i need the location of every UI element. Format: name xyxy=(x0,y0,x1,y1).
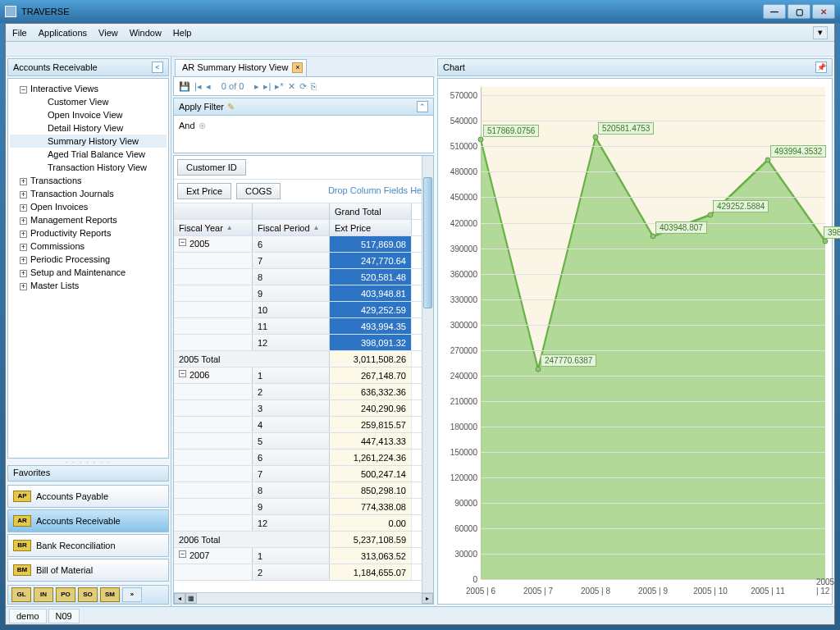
favorite-item[interactable]: APAccounts Payable xyxy=(7,485,169,508)
module-shortcut[interactable]: SO xyxy=(78,587,98,602)
nav-delete-icon[interactable]: ✕ xyxy=(288,81,295,92)
menu-overflow[interactable]: ▾ xyxy=(813,26,828,39)
x-tick: 2005 | 12 xyxy=(816,578,834,596)
menu-window[interactable]: Window xyxy=(130,28,162,38)
tree-section[interactable]: +Productivity Reports xyxy=(10,226,167,240)
minimize-button[interactable]: — xyxy=(763,4,786,19)
expand-icon[interactable]: + xyxy=(20,244,27,251)
nav-export-icon[interactable]: ⎘ xyxy=(311,81,317,91)
pivot-data-field[interactable]: COGS xyxy=(236,183,281,199)
tree-view[interactable]: Open Invoice View xyxy=(10,108,167,121)
module-shortcut[interactable]: IN xyxy=(34,587,53,602)
pivot-data-area[interactable]: Ext Price COGS Drop Column Fields Here xyxy=(174,180,433,203)
menu-file[interactable]: File xyxy=(12,28,27,38)
window-close-button[interactable]: ✕ xyxy=(812,4,835,19)
tree-section[interactable]: +Master Lists xyxy=(10,279,167,292)
tab-close-button[interactable]: × xyxy=(292,62,303,73)
tree-section[interactable]: +Transaction Journals xyxy=(10,187,167,200)
filter-root[interactable]: And xyxy=(179,121,195,130)
chart-title: Chart xyxy=(443,62,465,72)
data-point[interactable] xyxy=(708,212,714,217)
collapse-icon[interactable]: − xyxy=(20,86,27,94)
filter-header[interactable]: Apply Filter ✎ ⌃ xyxy=(173,98,434,116)
nav-next-icon[interactable]: ▸ xyxy=(254,81,259,92)
nav-last-icon[interactable]: ▸| xyxy=(263,81,271,92)
y-tick: 390000 xyxy=(438,244,477,253)
favorite-item[interactable]: BMBill of Material xyxy=(7,559,169,582)
tree-view[interactable]: Transaction History View xyxy=(10,161,167,174)
y-tick: 570000 xyxy=(438,91,477,100)
expand-icon[interactable]: + xyxy=(20,217,27,225)
pin-button[interactable]: 📌 xyxy=(815,62,827,73)
nav-new-icon[interactable]: ▸* xyxy=(275,81,283,92)
x-tick: 2005 | 6 xyxy=(466,587,495,596)
tree-section[interactable]: +Setup and Maintenance xyxy=(10,266,167,279)
pivot-column-drop[interactable]: Drop Column Fields Here xyxy=(328,183,430,199)
y-tick: 270000 xyxy=(438,345,477,354)
y-tick: 540000 xyxy=(438,116,477,126)
scroll-right-button[interactable]: ▸ xyxy=(422,593,433,604)
pivot-filter-field[interactable]: Customer ID xyxy=(177,159,246,176)
module-badge: BM xyxy=(13,564,31,576)
filter-edit-icon[interactable]: ✎ xyxy=(227,102,235,112)
data-point[interactable] xyxy=(823,239,829,244)
chart-header: Chart 📌 xyxy=(437,58,833,76)
module-shortcut[interactable]: SM xyxy=(100,587,120,602)
filter-body[interactable]: And⊕ xyxy=(173,116,434,153)
expand-icon[interactable]: + xyxy=(20,270,27,277)
expand-icon[interactable]: + xyxy=(20,231,27,238)
data-point[interactable] xyxy=(478,137,484,143)
record-navigator: 💾 |◂ ◂ 0 of 0 ▸ ▸| ▸* ✕ ⟳ ⎘ xyxy=(173,76,434,96)
filter-add-icon[interactable]: ⊕ xyxy=(199,121,206,130)
data-point[interactable] xyxy=(593,135,599,140)
data-point[interactable] xyxy=(651,234,656,240)
nav-refresh-icon[interactable]: ⟳ xyxy=(299,81,307,92)
tab-active[interactable]: AR Summary History View × xyxy=(175,59,307,76)
tree-view[interactable]: Customer View xyxy=(10,95,167,108)
favorite-item[interactable]: BRBank Reconciliation xyxy=(7,534,169,557)
menu-applications[interactable]: Applications xyxy=(39,28,87,38)
tree-section[interactable]: +Management Reports xyxy=(10,213,167,226)
tree-view-selected[interactable]: Summary History View xyxy=(10,135,167,148)
svg-marker-0 xyxy=(481,137,825,579)
data-point[interactable] xyxy=(536,366,541,372)
tree-section[interactable]: +Open Invoices xyxy=(10,200,167,213)
horizontal-scrollbar[interactable]: ◂ ▦ ▸ xyxy=(174,592,433,604)
tree-section[interactable]: +Transactions xyxy=(10,174,167,187)
tree-view[interactable]: Detail History View xyxy=(10,121,167,135)
tree-section[interactable]: +Periodic Processing xyxy=(10,253,167,266)
scrollbar-thumb[interactable] xyxy=(423,177,432,308)
expand-icon[interactable]: + xyxy=(20,283,27,290)
favorite-label: Bill of Material xyxy=(36,565,93,575)
module-more[interactable]: » xyxy=(122,587,142,602)
pivot-filter-area[interactable]: Customer ID xyxy=(174,156,433,180)
sidebar-collapse-button[interactable]: < xyxy=(152,62,163,73)
save-icon[interactable]: 💾 xyxy=(179,81,190,92)
menu-view[interactable]: View xyxy=(98,28,118,38)
x-tick: 2005 | 9 xyxy=(638,587,668,596)
data-label: 517869.0756 xyxy=(483,125,539,137)
module-shortcut[interactable]: PO xyxy=(56,587,75,602)
splitter[interactable]: · · · · · · · xyxy=(6,459,171,463)
app-title: TRAVERSE xyxy=(21,7,69,16)
expand-icon[interactable]: + xyxy=(20,191,27,199)
scroll-zone-button[interactable]: ▦ xyxy=(185,593,197,604)
expand-icon[interactable]: + xyxy=(20,257,27,264)
nav-first-icon[interactable]: |◂ xyxy=(194,81,202,92)
data-point[interactable] xyxy=(765,157,771,162)
tree-section[interactable]: +Commissions xyxy=(10,240,167,253)
vertical-scrollbar[interactable] xyxy=(422,156,433,592)
tree-root[interactable]: −Interactive Views xyxy=(10,82,167,95)
maximize-button[interactable]: ▢ xyxy=(788,4,810,19)
module-shortcut[interactable]: GL xyxy=(11,587,31,602)
expand-icon[interactable]: + xyxy=(20,178,27,185)
tree-view[interactable]: Aged Trial Balance View xyxy=(10,148,167,161)
menu-help[interactable]: Help xyxy=(173,28,192,38)
filter-collapse-button[interactable]: ⌃ xyxy=(417,101,428,112)
favorite-item-active[interactable]: ARAccounts Receivable xyxy=(7,509,169,532)
pivot-data-field[interactable]: Ext Price xyxy=(177,183,231,199)
scroll-left-button[interactable]: ◂ xyxy=(174,593,185,604)
expand-icon[interactable]: + xyxy=(20,204,27,212)
nav-prev-icon[interactable]: ◂ xyxy=(206,81,211,92)
module-bar: GL IN PO SO SM » xyxy=(7,585,169,605)
